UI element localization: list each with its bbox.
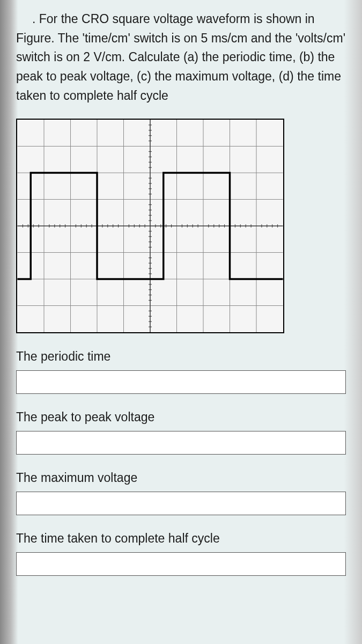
peak-to-peak-label: The peak to peak voltage: [16, 410, 346, 425]
waveform-svg: [16, 119, 284, 333]
max-voltage-label: The maximum voltage: [16, 471, 346, 485]
half-cycle-input[interactable]: [16, 552, 346, 576]
periodic-time-input[interactable]: [16, 370, 346, 394]
peak-to-peak-input[interactable]: [16, 431, 346, 455]
question-text: . For the CRO square voltage waveform is…: [16, 10, 346, 105]
oscilloscope-chart: [16, 119, 346, 333]
periodic-time-label: The periodic time: [16, 349, 346, 364]
max-voltage-input[interactable]: [16, 492, 346, 515]
half-cycle-label: The time taken to complete half cycle: [16, 531, 346, 546]
